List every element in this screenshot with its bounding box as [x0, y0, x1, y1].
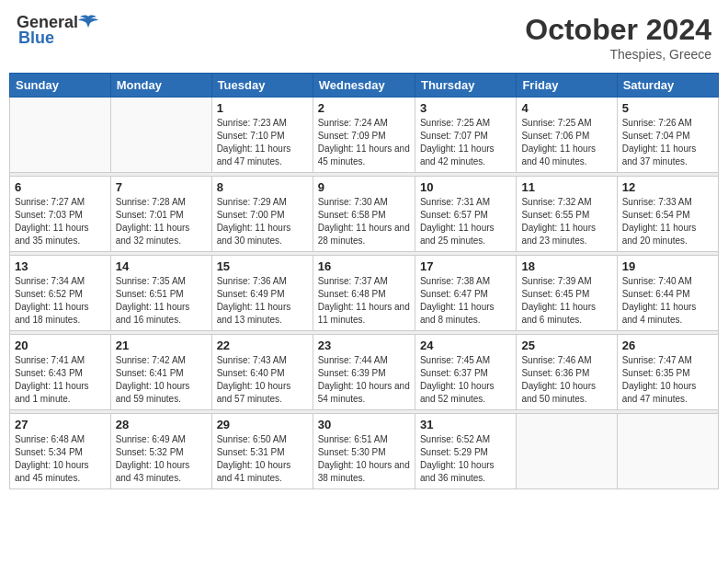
day-info: Sunrise: 7:33 AM Sunset: 6:54 PM Dayligh…	[622, 196, 713, 247]
day-info: Sunrise: 7:35 AM Sunset: 6:51 PM Dayligh…	[116, 275, 207, 327]
day-info: Sunrise: 7:44 AM Sunset: 6:39 PM Dayligh…	[318, 354, 410, 406]
calendar-cell: 5Sunrise: 7:26 AM Sunset: 7:04 PM Daylig…	[617, 98, 718, 173]
day-info: Sunrise: 7:31 AM Sunset: 6:57 PM Dayligh…	[420, 196, 511, 247]
day-info: Sunrise: 6:49 AM Sunset: 5:32 PM Dayligh…	[116, 433, 207, 485]
day-number: 14	[116, 259, 207, 273]
day-info: Sunrise: 7:41 AM Sunset: 6:43 PM Dayligh…	[15, 354, 106, 406]
calendar-cell	[10, 98, 111, 173]
day-info: Sunrise: 7:27 AM Sunset: 7:03 PM Dayligh…	[15, 196, 106, 247]
day-info: Sunrise: 7:42 AM Sunset: 6:41 PM Dayligh…	[116, 354, 207, 406]
day-number: 18	[521, 259, 611, 273]
calendar-cell: 28Sunrise: 6:49 AM Sunset: 5:32 PM Dayli…	[110, 414, 211, 489]
day-number: 6	[15, 180, 106, 194]
day-info: Sunrise: 7:26 AM Sunset: 7:04 PM Dayligh…	[622, 117, 713, 168]
calendar-cell	[517, 414, 617, 489]
calendar-cell: 13Sunrise: 7:34 AM Sunset: 6:52 PM Dayli…	[10, 256, 111, 331]
calendar-week-row: 20Sunrise: 7:41 AM Sunset: 6:43 PM Dayli…	[10, 335, 719, 410]
weekday-header: Tuesday	[211, 74, 313, 98]
day-info: Sunrise: 7:40 AM Sunset: 6:44 PM Dayligh…	[622, 275, 713, 327]
calendar-cell: 27Sunrise: 6:48 AM Sunset: 5:34 PM Dayli…	[10, 414, 111, 489]
weekday-header: Friday	[517, 74, 617, 98]
day-number: 29	[217, 418, 308, 431]
day-number: 25	[521, 339, 611, 352]
day-info: Sunrise: 7:45 AM Sunset: 6:37 PM Dayligh…	[420, 354, 511, 406]
day-number: 1	[217, 101, 308, 115]
day-info: Sunrise: 7:30 AM Sunset: 6:58 PM Dayligh…	[318, 196, 410, 247]
month-year: October 2024	[525, 13, 711, 47]
calendar-cell: 31Sunrise: 6:52 AM Sunset: 5:29 PM Dayli…	[415, 414, 516, 489]
day-number: 8	[217, 180, 308, 194]
day-info: Sunrise: 7:25 AM Sunset: 7:07 PM Dayligh…	[420, 117, 511, 168]
calendar-cell: 25Sunrise: 7:46 AM Sunset: 6:36 PM Dayli…	[517, 335, 617, 410]
calendar-cell: 23Sunrise: 7:44 AM Sunset: 6:39 PM Dayli…	[313, 335, 415, 410]
weekday-header: Sunday	[10, 74, 111, 98]
day-info: Sunrise: 7:36 AM Sunset: 6:49 PM Dayligh…	[217, 275, 308, 327]
calendar-cell: 14Sunrise: 7:35 AM Sunset: 6:51 PM Dayli…	[110, 256, 211, 331]
day-info: Sunrise: 7:23 AM Sunset: 7:10 PM Dayligh…	[217, 117, 308, 168]
day-number: 20	[15, 339, 106, 352]
day-info: Sunrise: 7:29 AM Sunset: 7:00 PM Dayligh…	[217, 196, 308, 247]
calendar-cell: 2Sunrise: 7:24 AM Sunset: 7:09 PM Daylig…	[313, 98, 415, 173]
calendar-cell: 12Sunrise: 7:33 AM Sunset: 6:54 PM Dayli…	[617, 177, 718, 252]
calendar-cell: 19Sunrise: 7:40 AM Sunset: 6:44 PM Dayli…	[617, 256, 718, 331]
calendar-cell: 18Sunrise: 7:39 AM Sunset: 6:45 PM Dayli…	[517, 256, 617, 331]
day-info: Sunrise: 7:39 AM Sunset: 6:45 PM Dayligh…	[521, 275, 611, 327]
calendar-week-row: 6Sunrise: 7:27 AM Sunset: 7:03 PM Daylig…	[10, 177, 719, 252]
day-info: Sunrise: 7:37 AM Sunset: 6:48 PM Dayligh…	[318, 275, 410, 327]
day-info: Sunrise: 7:46 AM Sunset: 6:36 PM Dayligh…	[521, 354, 611, 406]
day-number: 15	[217, 259, 308, 273]
calendar-cell: 4Sunrise: 7:25 AM Sunset: 7:06 PM Daylig…	[517, 98, 617, 173]
calendar-cell: 9Sunrise: 7:30 AM Sunset: 6:58 PM Daylig…	[313, 177, 415, 252]
page-header: General Blue October 2024 Thespies, Gree…	[9, 9, 719, 65]
calendar-cell: 17Sunrise: 7:38 AM Sunset: 6:47 PM Dayli…	[415, 256, 516, 331]
location: Thespies, Greece	[525, 47, 711, 62]
weekday-header: Monday	[110, 74, 211, 98]
day-number: 17	[420, 259, 511, 273]
calendar-cell: 26Sunrise: 7:47 AM Sunset: 6:35 PM Dayli…	[617, 335, 718, 410]
weekday-header: Thursday	[415, 74, 516, 98]
day-number: 30	[318, 418, 410, 431]
day-info: Sunrise: 7:24 AM Sunset: 7:09 PM Dayligh…	[318, 117, 410, 168]
calendar-cell: 10Sunrise: 7:31 AM Sunset: 6:57 PM Dayli…	[415, 177, 516, 252]
day-info: Sunrise: 7:43 AM Sunset: 6:40 PM Dayligh…	[217, 354, 308, 406]
day-number: 10	[420, 180, 511, 194]
logo-blue: Blue	[18, 29, 54, 48]
day-number: 12	[622, 180, 713, 194]
calendar-cell	[617, 414, 718, 489]
logo: General Blue	[17, 13, 98, 48]
calendar-cell: 15Sunrise: 7:36 AM Sunset: 6:49 PM Dayli…	[211, 256, 313, 331]
day-number: 3	[420, 101, 511, 115]
calendar-cell: 22Sunrise: 7:43 AM Sunset: 6:40 PM Dayli…	[211, 335, 313, 410]
calendar-week-row: 27Sunrise: 6:48 AM Sunset: 5:34 PM Dayli…	[10, 414, 719, 489]
day-info: Sunrise: 7:25 AM Sunset: 7:06 PM Dayligh…	[521, 117, 611, 168]
calendar-cell: 16Sunrise: 7:37 AM Sunset: 6:48 PM Dayli…	[313, 256, 415, 331]
day-number: 11	[521, 180, 611, 194]
weekday-header: Wednesday	[313, 74, 415, 98]
day-number: 27	[15, 418, 106, 431]
day-info: Sunrise: 7:47 AM Sunset: 6:35 PM Dayligh…	[622, 354, 713, 406]
day-number: 4	[521, 101, 611, 115]
day-info: Sunrise: 7:38 AM Sunset: 6:47 PM Dayligh…	[420, 275, 511, 327]
day-number: 23	[318, 339, 410, 352]
day-number: 9	[318, 180, 410, 194]
calendar-cell: 30Sunrise: 6:51 AM Sunset: 5:30 PM Dayli…	[313, 414, 415, 489]
day-number: 31	[420, 418, 511, 431]
weekday-header: Saturday	[617, 74, 718, 98]
day-info: Sunrise: 7:34 AM Sunset: 6:52 PM Dayligh…	[15, 275, 106, 327]
calendar-week-row: 13Sunrise: 7:34 AM Sunset: 6:52 PM Dayli…	[10, 256, 719, 331]
day-number: 2	[318, 101, 410, 115]
calendar-cell: 29Sunrise: 6:50 AM Sunset: 5:31 PM Dayli…	[211, 414, 313, 489]
day-info: Sunrise: 7:32 AM Sunset: 6:55 PM Dayligh…	[521, 196, 611, 247]
day-number: 16	[318, 259, 410, 273]
day-info: Sunrise: 6:51 AM Sunset: 5:30 PM Dayligh…	[318, 433, 410, 485]
calendar-cell: 6Sunrise: 7:27 AM Sunset: 7:03 PM Daylig…	[10, 177, 111, 252]
day-info: Sunrise: 6:50 AM Sunset: 5:31 PM Dayligh…	[217, 433, 308, 485]
day-number: 28	[116, 418, 207, 431]
weekday-header-row: SundayMondayTuesdayWednesdayThursdayFrid…	[10, 74, 719, 98]
calendar-cell: 7Sunrise: 7:28 AM Sunset: 7:01 PM Daylig…	[110, 177, 211, 252]
day-number: 5	[622, 101, 713, 115]
calendar-table: SundayMondayTuesdayWednesdayThursdayFrid…	[9, 73, 719, 489]
day-number: 19	[622, 259, 713, 273]
calendar-week-row: 1Sunrise: 7:23 AM Sunset: 7:10 PM Daylig…	[10, 98, 719, 173]
day-info: Sunrise: 6:52 AM Sunset: 5:29 PM Dayligh…	[420, 433, 511, 485]
